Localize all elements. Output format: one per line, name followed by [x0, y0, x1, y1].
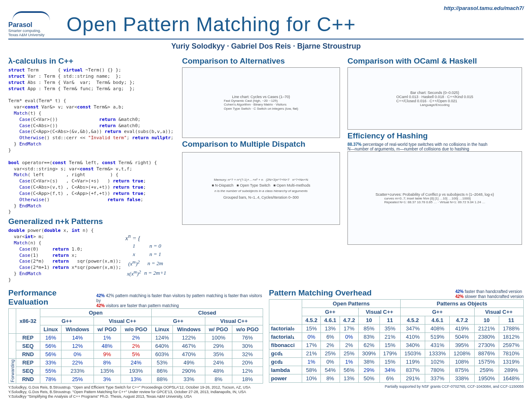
hash-caption: 88.37% percentage of real-world type swi… — [347, 142, 522, 151]
chart-hashing: Scatter+curves: Probability of Conflict … — [347, 151, 522, 245]
authors: Yuriy Solodkyy · Gabriel Dos Reis · Bjar… — [8, 42, 524, 51]
nk-code: double power(double x, int n) { var<int>… — [8, 228, 121, 283]
section-overhead: Pattern Matching Overhead — [269, 288, 372, 298]
nk-math: xn = { 1n = 0 xn = 1 (xm)2n = 2m x(xm)2n… — [126, 233, 168, 278]
references: Y.Solodkyy, G.Dos Reis, B.Stroustrup. "O… — [8, 385, 263, 399]
section-multidispatch: Comparison to Multiple Dispatch — [182, 140, 340, 149]
section-ocaml: Comparison with OCaml & Haskell — [347, 57, 522, 66]
section-hashing: Efficiency of Hashing — [347, 131, 522, 140]
header-url[interactable]: http://parasol.tamu.edu/mach7/ — [8, 5, 524, 11]
chart-alternatives: Line chart: Cycles vs Cases (1–70) Fast … — [182, 67, 340, 138]
section-alternatives: Comparison to Alternatives — [182, 57, 340, 66]
section-nk: Generalized n+k Patterns — [8, 217, 175, 226]
funding-note: Partially supported by NSF grants CCF-07… — [269, 384, 524, 389]
parasol-logo: Parasol Smarter computing. Texas A&M Uni… — [8, 11, 54, 37]
chart-multidispatch: Memory: n^? + n^(?-1)+…+n² + n (2N+3)n^?… — [182, 152, 340, 225]
lambda-code: struct Term { virtual ~Term() {} }; stru… — [8, 67, 175, 215]
header: Parasol Smarter computing. Texas A&M Uni… — [8, 11, 524, 39]
performance-table: x86-32OpenClosed G++Visual C++G++Visual … — [8, 308, 263, 384]
perf-legend: 42% 42% pattern matching is faster than … — [96, 293, 263, 308]
overhead-legend: 42% faster than handcrafted version 42% … — [455, 289, 524, 299]
overhead-table: Open PatternsPatterns as Objects G++Visu… — [269, 299, 524, 383]
section-performance: Performance Evaluation — [8, 288, 96, 307]
page-title: Open Pattern Matching for C++ — [66, 13, 356, 36]
section-lambda: λ-calculus in C++ — [8, 57, 175, 66]
chart-ocaml: Bar chart: Seconds (0–0.025) OCaml 0.013… — [347, 67, 522, 130]
